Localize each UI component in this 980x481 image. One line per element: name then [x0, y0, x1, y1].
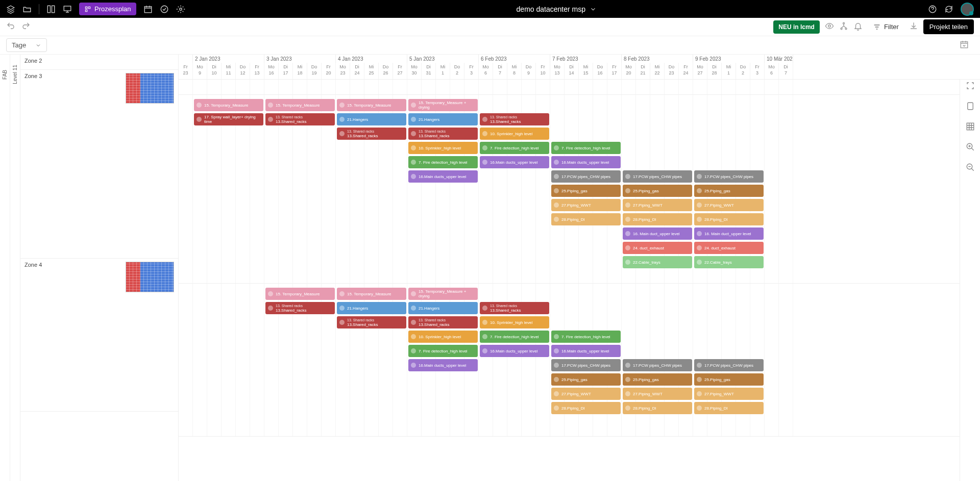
gear-icon[interactable]	[176, 5, 185, 14]
gantt-bar[interactable]: 16.Main ducts_upper level	[551, 156, 621, 168]
layout-icon[interactable]	[46, 5, 56, 14]
gantt-bar[interactable]: 15. Temporary_Measure	[337, 99, 406, 111]
zone-thumbnail[interactable]	[126, 262, 174, 292]
zoom-in-icon[interactable]	[966, 142, 975, 154]
gantt-bar[interactable]: 16.Main ducts_upper level	[408, 170, 478, 183]
zone-row[interactable]: Zone 4	[20, 259, 178, 412]
eye-icon[interactable]	[825, 21, 834, 33]
gantt-bar[interactable]: 25.Piping_gas	[623, 185, 692, 197]
gantt-bar[interactable]: 17.PCW pipes_CHW pipes	[694, 170, 764, 183]
gantt-bar[interactable]: 28.Piping_DI	[694, 402, 764, 414]
gantt-bar[interactable]: 28.Piping_DI	[623, 402, 692, 414]
gantt-bar[interactable]: 27.Piping_WWT	[623, 388, 692, 400]
redo-icon[interactable]	[21, 21, 31, 33]
gantt-bar[interactable]: 17.PCW pipes_CHW pipes	[694, 359, 764, 371]
presentation-icon[interactable]	[63, 5, 72, 14]
folder-open-icon[interactable]	[22, 5, 32, 14]
gantt-bar[interactable]: 13. Shared racks13.Shared_racks	[337, 316, 406, 328]
gantt-bar[interactable]: 27.Piping_WWT	[551, 388, 621, 400]
bell-icon[interactable]	[853, 21, 863, 33]
gantt-bar[interactable]: 7. Fire detection_high level	[480, 331, 549, 343]
gantt-bar[interactable]: 27.Piping_WWT	[551, 199, 621, 211]
gantt-bar[interactable]: 10. Sprinkler_high level	[480, 128, 549, 140]
gantt-bar[interactable]: 27.Piping_WWT	[694, 199, 764, 211]
frame-icon[interactable]	[966, 81, 975, 92]
gantt-bar[interactable]: 15. Temporary_Measure	[337, 288, 406, 300]
gantt-bar[interactable]: 13. Shared racks13.Shared_racks	[408, 128, 478, 140]
gantt-bar[interactable]: 7. Fire detection_high level	[408, 156, 478, 168]
gantt-bar[interactable]: 13. Shared racks13.Shared_racks	[480, 302, 549, 314]
gantt-bar[interactable]: 16. Main duct_upper level	[623, 227, 692, 240]
level-tab[interactable]: Level 11	[10, 55, 20, 481]
download-icon[interactable]	[909, 21, 918, 33]
gantt-bar[interactable]: 17. Spray wall_layer+ drying time	[194, 113, 263, 125]
check-circle-icon[interactable]	[160, 5, 169, 14]
gantt-bar[interactable]: 24. duct_exhaust	[623, 242, 692, 254]
gantt-bar[interactable]: 25.Piping_gas	[694, 185, 764, 197]
gantt-bar[interactable]: 27.Piping_WWT	[694, 388, 764, 400]
gantt-bar[interactable]: 27.Piping_WWT	[623, 199, 692, 211]
gantt-bar[interactable]: 16.Main ducts_upper level	[480, 156, 549, 168]
zone-row[interactable]: Zone 2	[20, 55, 178, 70]
gantt-bar[interactable]: 16.Main ducts_upper level	[551, 345, 621, 357]
gantt-bar[interactable]: 21.Hangers	[408, 302, 478, 314]
zone-thumbnail[interactable]	[126, 73, 174, 104]
timeline[interactable]: 2 Jan 20233 Jan 20234 Jan 20235 Jan 2023…	[179, 55, 980, 481]
gantt-bar[interactable]: 25.Piping_gas	[694, 373, 764, 386]
gantt-bar[interactable]: 17.PCW pipes_CHW pipes	[551, 359, 621, 371]
gantt-bar[interactable]: 25.Piping_gas	[623, 373, 692, 386]
filter-button[interactable]: Filter	[868, 20, 904, 34]
hierarchy-icon[interactable]	[839, 21, 848, 33]
zone-row[interactable]: Zone 3	[20, 70, 178, 259]
gantt-bar[interactable]: 7. Fire detection_high level	[480, 142, 549, 154]
gantt-bar[interactable]: 7. Fire detection_high level	[408, 345, 478, 357]
undo-icon[interactable]	[6, 21, 15, 33]
help-icon[interactable]	[928, 5, 937, 14]
goto-today-icon[interactable]	[960, 40, 969, 51]
gantt-bar[interactable]: 16. Main duct_upper level	[694, 227, 764, 240]
fab-tab[interactable]: FAB	[0, 55, 10, 481]
gantt-bar[interactable]: 28.Piping_DI	[551, 213, 621, 225]
gantt-bar[interactable]: 16.Main ducts_upper level	[480, 345, 549, 357]
gantt-bar[interactable]: 15. Temporary_Measure	[265, 99, 335, 111]
user-avatar[interactable]	[961, 3, 974, 16]
gantt-bar[interactable]: 21.Hangers	[408, 113, 478, 125]
gantt-bar[interactable]: 16.Main ducts_upper level	[408, 359, 478, 371]
gantt-bar[interactable]: 22.Cable_trays	[623, 256, 692, 268]
project-selector[interactable]: demo datacenter msp	[517, 5, 597, 13]
gantt-bar[interactable]: 17.PCW pipes_CHW pipes	[623, 359, 692, 371]
sync-icon[interactable]	[944, 5, 953, 14]
gantt-bar[interactable]: 7. Fire detection_high level	[551, 331, 621, 343]
gantt-bar[interactable]: 13. Shared racks13.Shared_racks	[337, 128, 406, 140]
zoom-out-icon[interactable]	[966, 163, 975, 174]
new-in-lcmd-button[interactable]: NEU in lcmd	[773, 20, 820, 34]
layers-icon[interactable]	[6, 5, 15, 14]
gantt-bar[interactable]: 15. Temporary_Measure + drying	[408, 99, 478, 111]
gantt-bar[interactable]: 17.PCW pipes_CHW pipes	[623, 170, 692, 183]
gantt-bar[interactable]: 28.Piping_DI	[694, 213, 764, 225]
gantt-bar[interactable]: 10. Sprinkler_high level	[480, 316, 549, 328]
gantt-bar[interactable]: 13. Shared racks13.Shared_racks	[265, 113, 335, 125]
gantt-bar[interactable]: 28.Piping_DI	[623, 213, 692, 225]
calendar-icon[interactable]	[143, 5, 153, 14]
gantt-bar[interactable]: 25.Piping_gas	[551, 373, 621, 386]
gantt-bar[interactable]: 10. Sprinkler_high level	[408, 142, 478, 154]
time-unit-dropdown[interactable]: Tage	[6, 38, 47, 52]
gantt-bar[interactable]: 25.Piping_gas	[551, 185, 621, 197]
gantt-bar[interactable]: 22.Cable_trays	[694, 256, 764, 268]
gantt-bar[interactable]: 13. Shared racks13.Shared_racks	[408, 316, 478, 328]
gantt-bar[interactable]: 17.PCW pipes_CHW pipes	[551, 170, 621, 183]
gantt-bar[interactable]: 21.Hangers	[337, 113, 406, 125]
gantt-bar[interactable]: 21.Hangers	[337, 302, 406, 314]
gantt-bar[interactable]: 7. Fire detection_high level	[551, 142, 621, 154]
gantt-bar[interactable]: 13. Shared racks13.Shared_racks	[265, 302, 335, 314]
gantt-bar[interactable]: 28.Piping_DI	[551, 402, 621, 414]
gantt-bar[interactable]: 13. Shared racks13.Shared_racks	[480, 113, 549, 125]
gantt-bar[interactable]: 24. duct_exhaust	[694, 242, 764, 254]
grid-icon[interactable]	[966, 122, 975, 133]
gantt-bar[interactable]: 15. Temporary_Measure + drying	[408, 288, 478, 300]
gantt-bar[interactable]: 15. Temporary_Measure	[194, 99, 263, 111]
gantt-bar[interactable]: 10. Sprinkler_high level	[408, 331, 478, 343]
gantt-bar[interactable]: 15. Temporary_Measure	[265, 288, 335, 300]
share-project-button[interactable]: Projekt teilen	[923, 19, 974, 34]
